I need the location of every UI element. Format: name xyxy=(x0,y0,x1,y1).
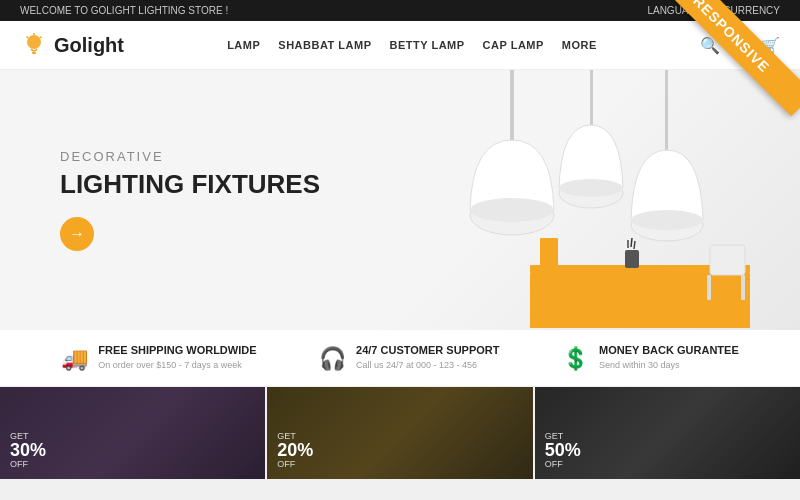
svg-point-13 xyxy=(631,210,703,230)
svg-rect-1 xyxy=(32,52,36,54)
products-row: GET 30% OFF GET 20% OFF GET 50% OFF xyxy=(0,387,800,479)
product-discount-2: 20% xyxy=(277,441,313,459)
product-card-3[interactable]: GET 50% OFF xyxy=(535,387,800,479)
product-off-1: OFF xyxy=(10,459,46,469)
svg-line-20 xyxy=(634,241,635,249)
nav-cap[interactable]: CAP LAMP xyxy=(483,39,544,51)
svg-rect-17 xyxy=(625,250,639,268)
svg-rect-22 xyxy=(707,275,711,300)
product-discount-1: 30% xyxy=(10,441,46,459)
feature-shipping-title: FREE SHIPPING WORLDWIDE xyxy=(98,344,256,356)
feature-moneyback: 💲 MONEY BACK GURANTEE Send within 30 day… xyxy=(562,344,739,372)
hero-cta-button[interactable]: → xyxy=(60,217,94,251)
svg-point-11 xyxy=(559,179,623,197)
shipping-icon: 🚚 xyxy=(61,346,88,372)
svg-rect-23 xyxy=(741,275,745,300)
logo-text: Golight xyxy=(54,34,124,57)
nav-betty[interactable]: BETTY LAMP xyxy=(390,39,465,51)
svg-rect-6 xyxy=(590,70,593,125)
svg-rect-16 xyxy=(540,238,558,268)
svg-rect-21 xyxy=(710,245,745,275)
svg-line-3 xyxy=(27,37,29,39)
feature-shipping-content: FREE SHIPPING WORLDWIDE On order over $1… xyxy=(98,344,256,372)
responsive-badge: RESPONSIVE xyxy=(670,0,800,130)
product-label-3: GET 50% OFF xyxy=(545,431,581,469)
feature-shipping: 🚚 FREE SHIPPING WORLDWIDE On order over … xyxy=(61,344,256,372)
nav-more[interactable]: MORE xyxy=(562,39,597,51)
svg-rect-7 xyxy=(665,70,668,150)
nav-lamp[interactable]: LAMP xyxy=(227,39,260,51)
svg-rect-5 xyxy=(510,70,514,140)
feature-support: 🎧 24/7 CUSTOMER SUPPORT Call us 24/7 at … xyxy=(319,344,499,372)
logo-icon xyxy=(20,31,48,59)
feature-shipping-desc: On order over $150 - 7 days a week xyxy=(98,359,256,372)
welcome-text: WELCOME TO GOLIGHT LIGHTING STORE ! xyxy=(20,5,228,16)
moneyback-icon: 💲 xyxy=(562,346,589,372)
svg-point-9 xyxy=(470,198,554,222)
feature-moneyback-desc: Send within 30 days xyxy=(599,359,739,372)
hero-subtitle: DECORATIVE xyxy=(60,149,320,164)
product-label-2: GET 20% OFF xyxy=(277,431,313,469)
hero-text: DECORATIVE LIGHTING FIXTURES → xyxy=(0,149,320,251)
feature-moneyback-content: MONEY BACK GURANTEE Send within 30 days xyxy=(599,344,739,372)
product-discount-3: 50% xyxy=(545,441,581,459)
main-nav: LAMP SHABBAT LAMP BETTY LAMP CAP LAMP MO… xyxy=(227,39,597,51)
logo[interactable]: Golight xyxy=(20,31,124,59)
svg-rect-15 xyxy=(530,273,750,328)
svg-line-4 xyxy=(40,37,42,39)
hero-title: LIGHTING FIXTURES xyxy=(60,170,320,199)
feature-support-desc: Call us 24/7 at 000 - 123 - 456 xyxy=(356,359,499,372)
responsive-badge-text: RESPONSIVE xyxy=(670,0,800,116)
feature-support-title: 24/7 CUSTOMER SUPPORT xyxy=(356,344,499,356)
svg-point-0 xyxy=(27,35,41,49)
product-off-2: OFF xyxy=(277,459,313,469)
svg-line-19 xyxy=(631,238,632,247)
support-icon: 🎧 xyxy=(319,346,346,372)
product-label-1: GET 30% OFF xyxy=(10,431,46,469)
nav-shabbat[interactable]: SHABBAT LAMP xyxy=(278,39,371,51)
product-card-1[interactable]: GET 30% OFF xyxy=(0,387,265,479)
feature-moneyback-title: MONEY BACK GURANTEE xyxy=(599,344,739,356)
features-strip: 🚚 FREE SHIPPING WORLDWIDE On order over … xyxy=(0,330,800,387)
feature-support-content: 24/7 CUSTOMER SUPPORT Call us 24/7 at 00… xyxy=(356,344,499,372)
product-off-3: OFF xyxy=(545,459,581,469)
product-card-2[interactable]: GET 20% OFF xyxy=(267,387,532,479)
